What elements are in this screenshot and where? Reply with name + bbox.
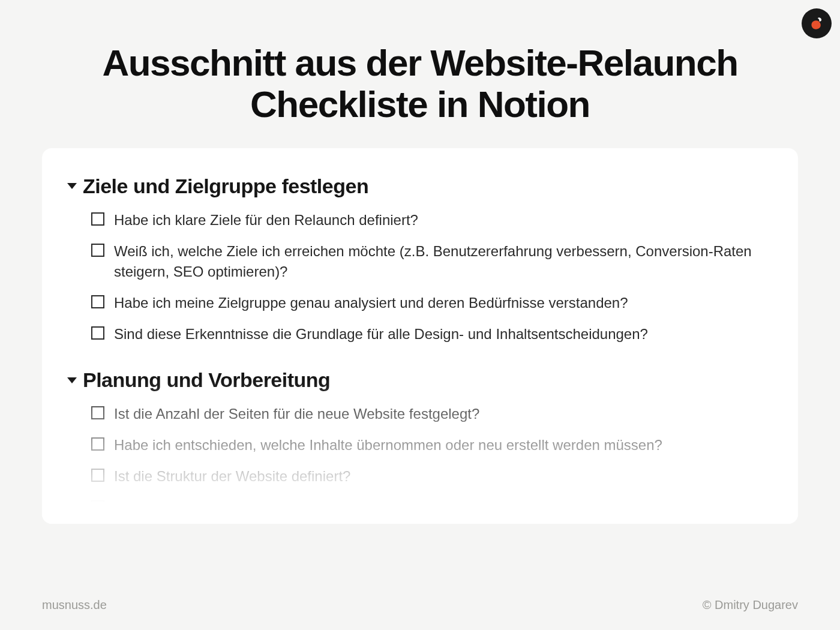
check-label: Habe ich entschieden, welche Inhalte übe…	[114, 435, 662, 455]
check-label: Ist die Struktur der Website definiert?	[114, 466, 350, 487]
checkbox[interactable]	[91, 437, 104, 451]
section-toggle-goals[interactable]: Ziele und Zielgruppe festlegen	[67, 175, 773, 198]
checkbox[interactable]	[91, 469, 104, 482]
check-label: Ist die Anzahl der Seiten für die neue W…	[114, 404, 479, 424]
nut-icon	[808, 15, 825, 32]
list-item: Habe ich klare Ziele für den Relaunch de…	[91, 210, 773, 230]
check-label: Passt die Website in meinen Marketing-Fu…	[114, 498, 773, 524]
list-item: Ist die Struktur der Website definiert?	[91, 466, 773, 487]
checkbox[interactable]	[91, 326, 104, 340]
check-label: Weiß ich, welche Ziele ich erreichen möc…	[114, 241, 773, 282]
checkbox[interactable]	[91, 406, 104, 419]
list-item: Passt die Website in meinen Marketing-Fu…	[91, 498, 773, 524]
section-planning: Planung und Vorbereitung Ist die Anzahl …	[67, 368, 773, 524]
section-title: Ziele und Zielgruppe festlegen	[83, 175, 368, 198]
list-item: Ist die Anzahl der Seiten für die neue W…	[91, 404, 773, 424]
list-item: Habe ich meine Zielgruppe genau analysie…	[91, 293, 773, 313]
section-toggle-planning[interactable]: Planung und Vorbereitung	[67, 368, 773, 392]
footer-domain: musnuss.de	[42, 598, 107, 612]
check-label: Habe ich klare Ziele für den Relaunch de…	[114, 210, 418, 230]
chevron-down-icon	[67, 183, 77, 189]
check-label: Sind diese Erkenntnisse die Grundlage fü…	[114, 324, 648, 344]
checkbox[interactable]	[91, 295, 104, 308]
checkbox[interactable]	[91, 244, 104, 257]
brand-logo	[802, 8, 832, 38]
footer: musnuss.de © Dmitry Dugarev	[42, 598, 798, 612]
footer-copyright: © Dmitry Dugarev	[703, 598, 798, 612]
checkbox[interactable]	[91, 212, 104, 226]
list-item: Sind diese Erkenntnisse die Grundlage fü…	[91, 324, 773, 344]
checklist-card: Ziele und Zielgruppe festlegen Habe ich …	[42, 148, 798, 524]
checklist: Ist die Anzahl der Seiten für die neue W…	[67, 404, 773, 524]
page-title: Ausschnitt aus der Website-Relaunch Chec…	[0, 0, 840, 148]
list-item: Habe ich entschieden, welche Inhalte übe…	[91, 435, 773, 455]
checkbox[interactable]	[91, 500, 104, 514]
chevron-down-icon	[67, 377, 77, 383]
checklist: Habe ich klare Ziele für den Relaunch de…	[67, 210, 773, 344]
list-item: Weiß ich, welche Ziele ich erreichen möc…	[91, 241, 773, 282]
section-goals: Ziele und Zielgruppe festlegen Habe ich …	[67, 175, 773, 344]
check-label: Habe ich meine Zielgruppe genau analysie…	[114, 293, 628, 313]
section-title: Planung und Vorbereitung	[83, 368, 330, 392]
